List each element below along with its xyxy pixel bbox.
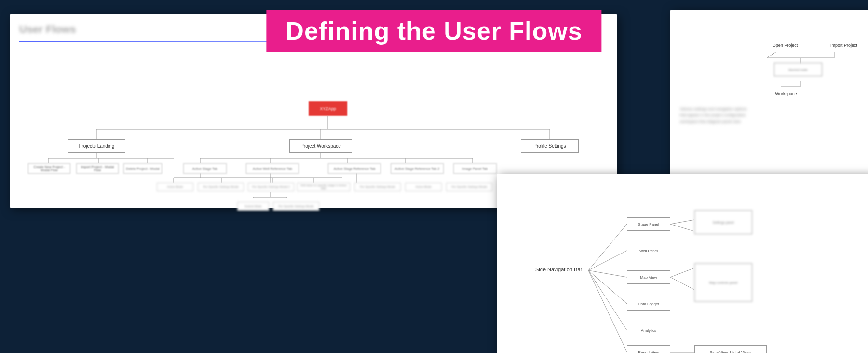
svg-line-43 — [670, 224, 694, 231]
slide-header-title: User Flows — [19, 23, 203, 36]
right-slide-bottom: Side Navigation Bar Stage Panel Well Pan… — [497, 174, 868, 353]
node-create-project: Create New Project - Modal Flow — [28, 163, 70, 174]
node-blurred-middle: blurred node — [774, 63, 822, 76]
node-image-panel: Image Panel Tab — [453, 163, 497, 174]
node-submit-mode: Submit Mode — [237, 202, 269, 211]
svg-line-37 — [588, 251, 627, 270]
node-report-view: Report View — [627, 345, 670, 353]
svg-line-41 — [588, 270, 627, 352]
node-save-view: Save View, List of Views — [694, 345, 767, 353]
node-map-view: Map View — [627, 270, 670, 284]
node-per-specific-well: Per Specific Settings Modal — [354, 183, 401, 191]
node-open-project: Open Project — [761, 39, 809, 52]
node-stage-panel: Stage Panel — [627, 217, 670, 231]
node-per-specific-1: Per Specific Settings Modal — [198, 183, 244, 191]
node-active-stage-ref: Active Stage Reference Tab — [328, 163, 381, 174]
node-map-controls: Map controls panel — [694, 263, 752, 302]
node-profile-settings: Profile Settings — [521, 139, 579, 153]
svg-line-42 — [670, 220, 694, 224]
svg-line-38 — [588, 270, 627, 277]
node-delete-project: Delete Project - Modal — [123, 163, 162, 174]
node-projects-landing: Projects Landing — [68, 139, 125, 153]
side-nav-label: Side Navigation Bar — [535, 267, 582, 272]
node-active-well-tab: Active Well Reference Tab — [246, 163, 299, 174]
node-workspace: Workspace — [767, 87, 805, 100]
node-well-panel: Well Panel — [627, 244, 670, 257]
node-active-mode: Active Mode — [157, 183, 193, 191]
node-data-logger: Data Logger — [627, 297, 670, 311]
node-active-stage-ref2: Active Stage Reference Tab 2 — [391, 163, 444, 174]
svg-line-45 — [670, 277, 694, 290]
bottom-right-lines — [497, 174, 868, 353]
svg-line-44 — [670, 268, 694, 277]
node-import-project-right: Import Project — [820, 39, 868, 52]
node-settings-panel: Settings panel — [694, 210, 752, 234]
slide-header: User Flows — [19, 23, 203, 42]
node-per-specific-well2: Per Specific Settings Modal — [446, 183, 492, 191]
node-active-stage-tab: Active Stage Tab — [183, 163, 227, 174]
svg-line-36 — [588, 224, 627, 270]
svg-line-40 — [588, 270, 627, 330]
node-per-specific-2: Per Specific Settings Modal 2 — [248, 183, 294, 191]
title-banner: Defining the User Flows — [266, 10, 601, 52]
right-slide-top: Open Project Import Project blurred node… — [670, 10, 868, 193]
node-per-specific-bottom: Per Specific Settings Modal — [273, 202, 319, 211]
top-right-blurred-content: Various settings and navigation options … — [680, 106, 863, 179]
root-node: XYZApp — [309, 101, 347, 116]
node-project-workspace: Project Workspace — [289, 139, 352, 153]
node-active-mode-well: Active Mode — [405, 183, 442, 191]
svg-line-39 — [588, 270, 627, 304]
node-import-project: Import Project - Modal Flow — [76, 163, 119, 174]
node-drill-down: Drill down to specific stage in Active W… — [297, 183, 350, 191]
node-analytics: Analytics — [627, 324, 670, 337]
